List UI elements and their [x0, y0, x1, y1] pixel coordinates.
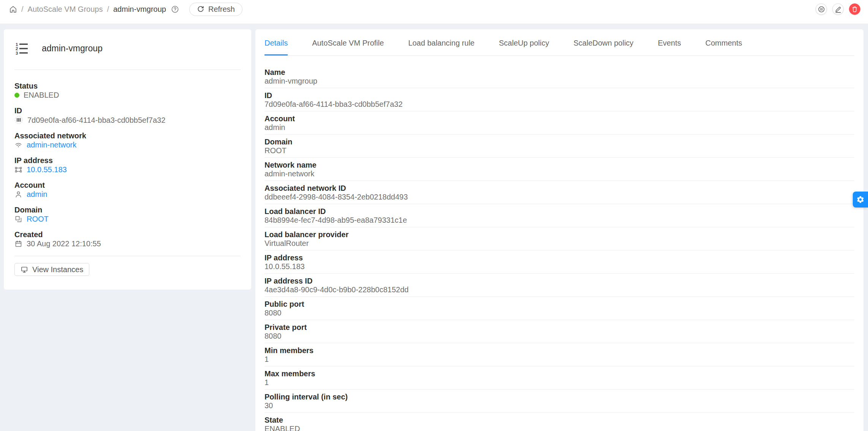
detail-value: 1 — [265, 378, 854, 387]
barcode-icon — [14, 116, 23, 124]
associated-network-link[interactable]: admin-network — [27, 141, 76, 149]
domain-label: Domain — [14, 206, 241, 214]
pause-circle-icon — [818, 6, 825, 13]
ip-address-field: IP address 10.0.55.183 — [14, 156, 241, 174]
created-field: Created 30 Aug 2022 12:10:55 — [14, 230, 241, 248]
detail-row: IP address ID4ae3d4a8-90c9-4d0c-b9b0-228… — [265, 274, 854, 297]
edit-icon — [835, 6, 842, 13]
trash-icon — [851, 6, 858, 13]
detail-card: DetailsAutoScale VM ProfileLoad balancin… — [255, 29, 863, 431]
detail-value: 1 — [265, 355, 854, 363]
status-label: Status — [14, 82, 241, 90]
breadcrumb-separator: / — [107, 5, 109, 14]
detail-row: Nameadmin-vmgroup — [265, 65, 854, 88]
breadcrumb-section-link[interactable]: AutoScale VM Groups — [28, 5, 103, 14]
detail-value: admin — [265, 123, 854, 132]
detail-row: Associated network IDddbeeef4-2998-4084-… — [265, 181, 854, 204]
detail-value: 8080 — [265, 332, 854, 340]
domain-block-icon — [14, 215, 22, 223]
account-label: Account — [14, 181, 241, 189]
tab-autoscale-vm-profile[interactable]: AutoScale VM Profile — [312, 29, 384, 55]
detail-label: Max members — [265, 369, 854, 378]
detail-row: Public port8080 — [265, 297, 854, 320]
detail-row: Network nameadmin-network — [265, 158, 854, 181]
settings-drawer-button[interactable] — [853, 192, 868, 208]
gear-icon — [856, 195, 865, 204]
status-field: Status ENABLED — [14, 82, 241, 99]
ip-frame-icon — [14, 166, 22, 174]
breadcrumb: / AutoScale VM Groups / admin-vmgroup Re… — [9, 3, 242, 16]
svg-text:2: 2 — [16, 46, 18, 51]
detail-label: State — [265, 416, 854, 424]
disable-vmgroup-button[interactable] — [816, 3, 827, 15]
id-field: ID 7d09e0fa-af66-4114-bba3-cd0bb5ef7a32 — [14, 106, 241, 124]
detail-list: Nameadmin-vmgroupID7d09e0fa-af66-4114-bb… — [265, 56, 854, 431]
page-title: admin-vmgroup — [42, 43, 103, 54]
detail-value: 30 — [265, 401, 854, 410]
refresh-button[interactable]: Refresh — [189, 3, 242, 16]
associated-network-field: Associated network admin-network — [14, 132, 241, 149]
domain-link[interactable]: ROOT — [27, 215, 49, 223]
id-label: ID — [14, 106, 241, 115]
detail-value: VirtualRouter — [265, 239, 854, 247]
page-content: 123 admin-vmgroup Status ENABLED ID 7d09… — [0, 24, 868, 431]
tab-events[interactable]: Events — [658, 29, 681, 55]
detail-label: Name — [265, 68, 854, 76]
detail-row: StateENABLED — [265, 413, 854, 431]
delete-vmgroup-button[interactable] — [849, 3, 860, 15]
detail-value: 7d09e0fa-af66-4114-bba3-cd0bb5ef7a32 — [265, 100, 854, 108]
detail-label: Network name — [265, 161, 854, 169]
detail-label: ID — [265, 91, 854, 100]
home-icon[interactable] — [9, 5, 17, 13]
tab-bar: DetailsAutoScale VM ProfileLoad balancin… — [265, 29, 854, 56]
tab-load-balancing-rule[interactable]: Load balancing rule — [408, 29, 475, 55]
edit-vmgroup-button[interactable] — [832, 3, 844, 15]
desktop-icon — [21, 266, 28, 273]
status-dot-icon — [14, 93, 19, 98]
tab-scaleup-policy[interactable]: ScaleUp policy — [499, 29, 549, 55]
ip-address-label: IP address — [14, 156, 241, 165]
divider — [14, 70, 241, 70]
detail-label: Public port — [265, 300, 854, 308]
question-circle-icon[interactable] — [171, 5, 179, 13]
resource-id-value: 7d09e0fa-af66-4114-bba3-cd0bb5ef7a32 — [27, 116, 165, 124]
resource-info-card: 123 admin-vmgroup Status ENABLED ID 7d09… — [4, 29, 251, 290]
divider — [14, 256, 241, 256]
svg-text:3: 3 — [16, 51, 18, 55]
associated-network-label: Associated network — [14, 132, 241, 140]
account-link[interactable]: admin — [27, 190, 47, 198]
detail-value: ROOT — [265, 146, 854, 155]
detail-label: Polling interval (in sec) — [265, 393, 854, 401]
detail-value: 4ae3d4a8-90c9-4d0c-b9b0-228b0c8152dd — [265, 285, 854, 294]
account-field: Account admin — [14, 181, 241, 198]
view-instances-label: View Instances — [32, 265, 83, 274]
ordered-list-icon: 123 — [14, 41, 30, 56]
domain-field: Domain ROOT — [14, 206, 241, 223]
status-badge: ENABLED — [24, 91, 59, 99]
refresh-button-label: Refresh — [208, 5, 235, 14]
detail-label: Load balancer provider — [265, 230, 854, 239]
user-icon — [14, 190, 22, 198]
calendar-icon — [14, 240, 22, 248]
detail-row: IP address10.0.55.183 — [265, 250, 854, 274]
detail-label: IP address ID — [265, 277, 854, 285]
reload-icon — [197, 5, 204, 13]
tab-scaledown-policy[interactable]: ScaleDown policy — [573, 29, 634, 55]
detail-label: Domain — [265, 138, 854, 146]
detail-value: admin-vmgroup — [265, 77, 854, 85]
top-bar: / AutoScale VM Groups / admin-vmgroup Re… — [0, 0, 868, 24]
resource-fields: Status ENABLED ID 7d09e0fa-af66-4114-bba… — [14, 82, 241, 248]
detail-label: Min members — [265, 346, 854, 355]
view-instances-button[interactable]: View Instances — [14, 263, 89, 276]
detail-value: admin-network — [265, 170, 854, 178]
detail-label: Private port — [265, 323, 854, 331]
breadcrumb-separator: / — [21, 5, 24, 14]
detail-row: Min members1 — [265, 343, 854, 366]
ip-address-link[interactable]: 10.0.55.183 — [27, 165, 67, 174]
detail-row: Max members1 — [265, 366, 854, 390]
tab-comments[interactable]: Comments — [705, 29, 742, 55]
tab-details[interactable]: Details — [265, 29, 288, 55]
detail-value: 84b8994e-fec7-4d98-ab95-ea8a79331c1e — [265, 216, 854, 224]
detail-label: IP address — [265, 254, 854, 262]
detail-label: Associated network ID — [265, 184, 854, 192]
